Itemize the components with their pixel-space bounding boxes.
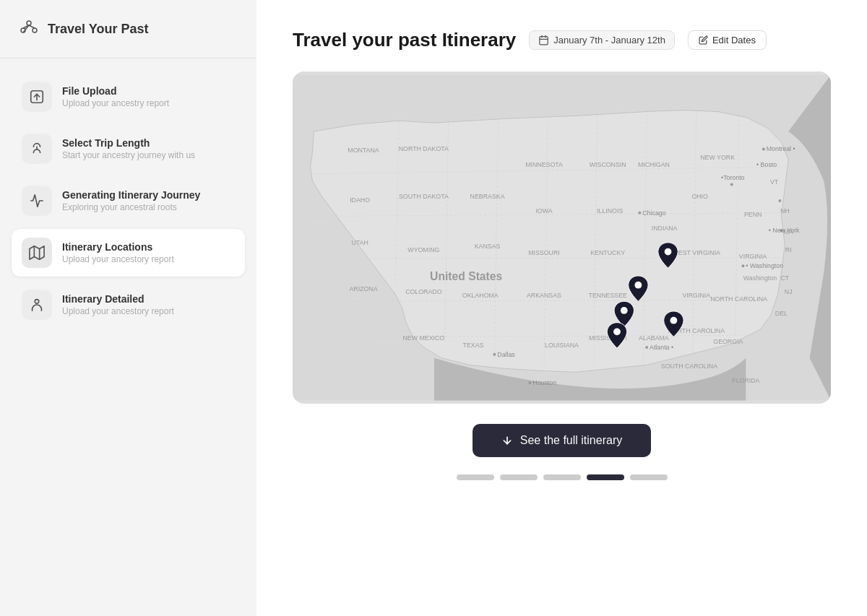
pencil-icon: [699, 35, 708, 45]
svg-text:ALABAMA: ALABAMA: [639, 334, 669, 342]
itinerary-button-wrapper: See the full itinerary: [293, 424, 831, 457]
map-icon: [22, 238, 52, 268]
svg-point-100: [621, 307, 628, 314]
svg-text:COLORADO: COLORADO: [405, 288, 442, 295]
person-pin-icon: [22, 290, 52, 320]
calendar-icon: [538, 35, 549, 45]
step-text-detailed: Itinerary Detailed Upload your ancestory…: [62, 293, 174, 316]
step-label-detailed: Itinerary Detailed: [62, 293, 174, 305]
pagination-dot-4[interactable]: [587, 474, 624, 480]
step-label-file-upload: File Upload: [62, 85, 169, 97]
date-badge: January 7th - January 12th: [529, 30, 675, 50]
svg-point-91: [730, 183, 733, 186]
itinerary-btn-label: See the full itinerary: [520, 434, 622, 447]
sidebar-item-detailed[interactable]: Itinerary Detailed Upload your ancestory…: [12, 281, 245, 329]
svg-text:MICHIGAN: MICHIGAN: [638, 161, 670, 168]
see-full-itinerary-button[interactable]: See the full itinerary: [473, 424, 651, 457]
svg-text:NH: NH: [780, 207, 790, 214]
step-sublabel-locations: Upload your ancestory report: [62, 254, 174, 264]
svg-text:IDAHO: IDAHO: [350, 196, 370, 204]
svg-text:ILLINOIS: ILLINOIS: [597, 207, 623, 214]
main-header: Travel your past Itinerary January 7th -…: [293, 29, 831, 51]
step-label-generating: Generating Itinerary Journey: [62, 189, 200, 201]
svg-point-79: [638, 212, 641, 214]
svg-point-101: [613, 328, 621, 335]
step-text-file-upload: File Upload Upload your ancestry report: [62, 85, 169, 108]
svg-text:• Bosto: • Bosto: [756, 161, 777, 168]
svg-text:Houston: Houston: [532, 379, 556, 386]
svg-text:PENN: PENN: [744, 211, 762, 218]
svg-point-81: [741, 264, 744, 267]
step-label-select-trip: Select Trip Length: [62, 137, 195, 149]
pagination-dot-5[interactable]: [630, 474, 668, 480]
svg-text:VT: VT: [770, 178, 779, 186]
svg-text:ARIZONA: ARIZONA: [349, 285, 377, 292]
logo-icon: [17, 16, 40, 42]
step-text-select-trip: Select Trip Length Start your ancestry j…: [62, 137, 195, 160]
svg-point-99: [634, 282, 642, 289]
svg-text:ARKANSAS: ARKANSAS: [527, 292, 561, 299]
svg-text:CT: CT: [780, 274, 789, 282]
svg-point-83: [645, 346, 648, 349]
sidebar-item-locations[interactable]: Itinerary Locations Upload your ancestor…: [12, 229, 245, 277]
sidebar-item-generating[interactable]: Generating Itinerary Journey Exploring y…: [12, 177, 245, 225]
svg-text:DEL: DEL: [775, 310, 788, 317]
svg-text:• New York: • New York: [769, 227, 800, 234]
svg-rect-13: [540, 37, 548, 45]
svg-text:SOUTH CAROLINA: SOUTH CAROLINA: [661, 363, 717, 370]
page-title: Travel your past Itinerary: [293, 29, 516, 51]
svg-text:RI: RI: [785, 246, 792, 253]
pagination: [293, 474, 831, 480]
pagination-dot-1[interactable]: [457, 474, 494, 480]
arrow-down-icon: [501, 435, 513, 446]
step-text-locations: Itinerary Locations Upload your ancestor…: [62, 241, 174, 264]
step-sublabel-file-upload: Upload your ancestry report: [62, 98, 169, 108]
svg-text:NEBRASKA: NEBRASKA: [470, 193, 505, 200]
svg-text:NORTH DAKOTA: NORTH DAKOTA: [399, 145, 449, 152]
upload-icon: [22, 82, 52, 112]
svg-point-12: [35, 300, 39, 304]
svg-text:• Washington: • Washington: [746, 262, 783, 269]
step-text-generating: Generating Itinerary Journey Exploring y…: [62, 189, 200, 212]
svg-point-98: [665, 248, 672, 256]
svg-text:GEORGIA: GEORGIA: [713, 338, 743, 345]
svg-point-95: [778, 199, 781, 202]
pagination-dot-3[interactable]: [543, 474, 581, 480]
svg-text:IOWA: IOWA: [535, 207, 552, 214]
sidebar-header: Travel Your Past: [0, 0, 256, 58]
step-label-locations: Itinerary Locations: [62, 241, 174, 253]
edit-dates-button[interactable]: Edit Dates: [688, 30, 767, 50]
pagination-dot-2[interactable]: [500, 474, 538, 480]
svg-text:NORTH CAROLINA: NORTH CAROLINA: [710, 295, 767, 303]
svg-text:MISSOURI: MISSOURI: [528, 250, 560, 257]
svg-text:Atlanta •: Atlanta •: [650, 344, 673, 351]
svg-text:KANSAS: KANSAS: [475, 243, 501, 250]
step-sublabel-detailed: Upload your ancestory report: [62, 306, 174, 316]
sidebar-item-select-trip[interactable]: Select Trip Length Start your ancestry j…: [12, 125, 245, 173]
svg-text:Washington: Washington: [743, 274, 777, 282]
edit-dates-label: Edit Dates: [712, 35, 756, 45]
svg-point-102: [670, 317, 677, 324]
map-container: MONTANA NORTH DAKOTA SOUTH DAKOTA IDAHO …: [293, 71, 831, 404]
step-sublabel-generating: Exploring your ancestral roots: [62, 202, 200, 212]
main-content: Travel your past Itinerary January 7th -…: [256, 0, 867, 616]
svg-text:Dallas: Dallas: [497, 351, 515, 358]
svg-text:NJ: NJ: [785, 288, 793, 295]
svg-marker-9: [30, 246, 44, 259]
svg-point-0: [27, 21, 31, 25]
svg-point-2: [33, 28, 37, 32]
svg-text:SOUTH DAKOTA: SOUTH DAKOTA: [399, 193, 449, 200]
svg-text:FLORIDA: FLORIDA: [732, 377, 759, 384]
map-svg: MONTANA NORTH DAKOTA SOUTH DAKOTA IDAHO …: [293, 71, 831, 404]
svg-text:TEXAS: TEXAS: [463, 342, 484, 349]
svg-text:LOUISIANA: LOUISIANA: [545, 342, 579, 349]
palm-icon: [22, 134, 52, 164]
svg-text:•Toronto: •Toronto: [721, 174, 745, 181]
svg-point-89: [762, 148, 765, 151]
svg-text:INDIANA: INDIANA: [652, 225, 678, 232]
sidebar: Travel Your Past File Upload Upload your…: [0, 0, 256, 616]
svg-text:WEST VIRGINIA: WEST VIRGINIA: [673, 250, 721, 257]
date-range-text: January 7th - January 12th: [553, 35, 665, 45]
sidebar-item-file-upload[interactable]: File Upload Upload your ancestry report: [12, 73, 245, 121]
svg-text:KENTUCKY: KENTUCKY: [590, 250, 625, 257]
